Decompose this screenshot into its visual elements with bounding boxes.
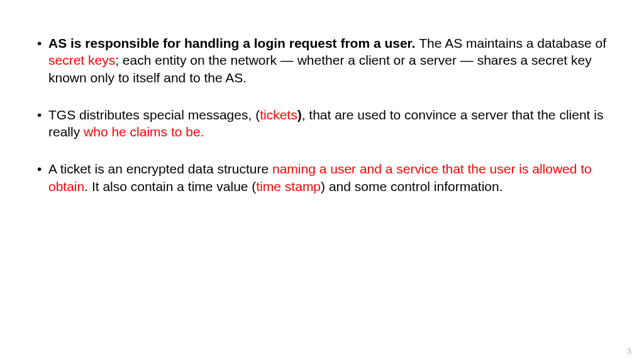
text-segment: ; each entity on the network — whether a… bbox=[48, 53, 592, 84]
text-segment: tickets bbox=[260, 107, 297, 122]
text-segment: A ticket is an encrypted data structure bbox=[48, 162, 272, 176]
bullet-list: AS is responsible for handling a login r… bbox=[35, 35, 609, 195]
text-segment: time stamp bbox=[256, 179, 321, 194]
list-item: A ticket is an encrypted data structure … bbox=[35, 160, 609, 195]
text-segment: The AS maintains a database of bbox=[419, 36, 606, 50]
text-segment: AS is responsible for handling a login r… bbox=[48, 36, 419, 50]
list-item: TGS distributes special messages, (ticke… bbox=[35, 106, 609, 141]
text-segment: secret keys bbox=[48, 53, 115, 67]
text-segment: TGS distributes special messages, ( bbox=[48, 107, 260, 122]
page-number: 3 bbox=[627, 346, 631, 356]
text-segment: . It also contain a time value ( bbox=[84, 179, 256, 194]
text-segment: ) bbox=[297, 107, 302, 122]
text-segment: ) and some control information. bbox=[321, 179, 502, 194]
text-segment: who he claims to be. bbox=[84, 124, 204, 139]
list-item: AS is responsible for handling a login r… bbox=[35, 35, 609, 86]
